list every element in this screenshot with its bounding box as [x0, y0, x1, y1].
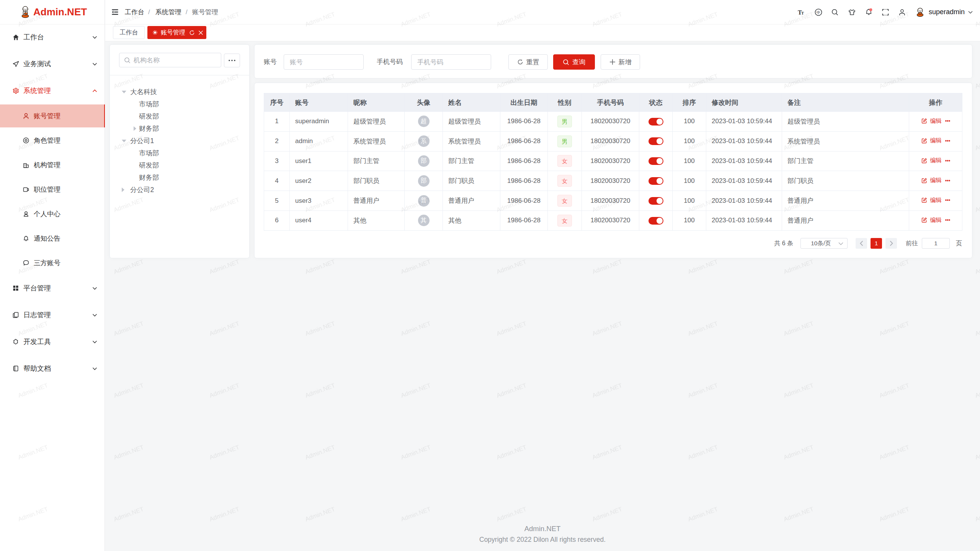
svg-text:中: 中	[817, 10, 820, 14]
svg-text:T: T	[801, 11, 804, 15]
